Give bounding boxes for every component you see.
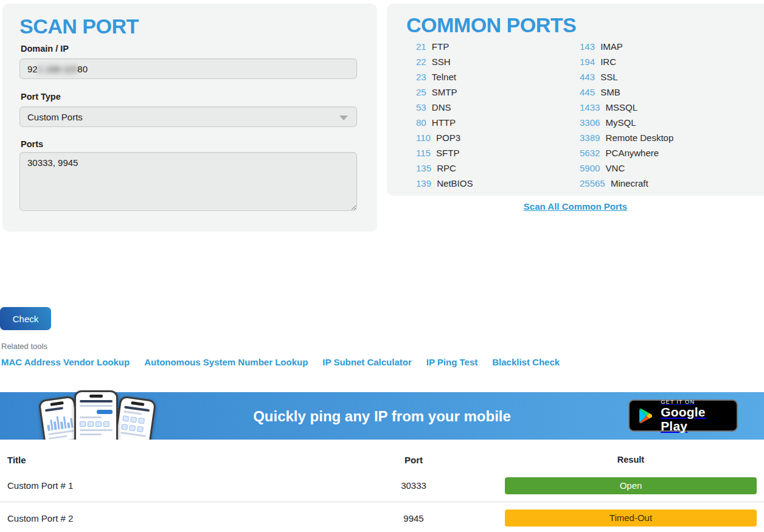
result-badge: Timed-Out — [505, 510, 757, 527]
phones-mockup-image — [38, 389, 158, 440]
port-number: 194 — [580, 57, 597, 67]
header-result: Result — [505, 455, 757, 465]
related-tool-link[interactable]: MAC Address Vendor Lookup — [1, 357, 130, 367]
port-type-selected-value: Custom Ports — [27, 112, 83, 122]
port-name: SSH — [432, 57, 451, 67]
scan-all-common-ports-link[interactable]: Scan All Common Ports — [524, 201, 627, 212]
port-name: SSL — [600, 72, 617, 82]
port-name: NetBIOS — [437, 178, 473, 188]
port-number: 53 — [416, 102, 429, 112]
common-port-item[interactable]: 53 DNS — [416, 100, 473, 115]
phone-center — [74, 390, 118, 440]
port-name: MySQL — [606, 117, 636, 128]
result-port: 30333 — [382, 480, 445, 491]
port-name: Telnet — [432, 72, 456, 82]
result-title: Custom Port # 2 — [0, 513, 382, 523]
common-port-item[interactable]: 21 FTP — [416, 39, 473, 54]
common-port-item[interactable]: 3306 MySQL — [580, 115, 673, 130]
related-tools-links: MAC Address Vendor LookupAutonomous Syst… — [1, 357, 560, 367]
port-number: 445 — [580, 87, 597, 97]
common-port-item[interactable]: 23 Telnet — [416, 69, 473, 85]
port-number: 23 — [416, 72, 429, 82]
google-play-badge-line2: Google Play — [661, 405, 729, 433]
port-name: HTTP — [432, 117, 456, 128]
domain-ip-value-suffix: 80 — [77, 64, 88, 74]
port-name: FTP — [432, 41, 449, 52]
google-play-badge-text: GET IT ON Google Play — [661, 398, 729, 433]
scan-port-title: SCAN PORT — [19, 15, 139, 38]
results-rows: Custom Port # 1 30333 Open Custom Port #… — [0, 469, 764, 532]
common-port-item[interactable]: 445 SMB — [580, 85, 673, 100]
port-number: 135 — [416, 163, 434, 173]
table-row: Custom Port # 2 9945 Timed-Out — [0, 502, 764, 532]
port-number: 25565 — [580, 178, 608, 188]
common-port-item[interactable]: 115 SFTP — [416, 145, 473, 161]
port-number: 1433 — [580, 102, 603, 112]
google-play-badge-line1: GET IT ON — [661, 398, 729, 405]
header-title: Title — [0, 455, 382, 465]
common-port-item[interactable]: 1433 MSSQL — [580, 100, 673, 115]
port-number: 139 — [416, 178, 434, 188]
domain-ip-label: Domain / IP — [21, 44, 69, 54]
common-port-item[interactable]: 5632 PCAnywhere — [580, 145, 673, 161]
port-name: PCAnywhere — [606, 148, 659, 158]
related-tool-link[interactable]: Autonomous System Number Lookup — [144, 357, 308, 367]
ports-textarea[interactable]: 30333, 9945 — [19, 152, 357, 211]
result-port: 9945 — [382, 513, 445, 523]
google-play-badge[interactable]: GET IT ON Google Play — [628, 399, 738, 432]
port-name: SMB — [600, 87, 620, 97]
domain-ip-value-masked: 1.168.115 — [38, 64, 78, 74]
port-number: 3389 — [580, 133, 603, 143]
common-ports-column-right: 143 IMAP 194 IRC 443 SSL 445 SMB 1433 MS… — [580, 39, 673, 191]
results-header-row: Title Port Result — [0, 450, 764, 469]
related-tool-link[interactable]: IP Subnet Calculator — [322, 357, 411, 367]
common-port-item[interactable]: 22 SSH — [416, 54, 473, 69]
result-badge: Open — [505, 477, 757, 494]
domain-ip-input[interactable]: 921.168.11580 — [19, 58, 357, 79]
port-name: Minecraft — [611, 178, 648, 188]
port-type-label: Port Type — [21, 92, 61, 102]
common-ports-panel: COMMON PORTS 21 FTP 22 SSH 23 Telnet 25 … — [387, 4, 764, 196]
port-number: 115 — [416, 148, 433, 158]
port-number: 5632 — [580, 148, 603, 158]
common-port-item[interactable]: 143 IMAP — [580, 39, 673, 54]
common-port-item[interactable]: 25565 Minecraft — [580, 176, 673, 191]
common-port-item[interactable]: 80 HTTP — [416, 115, 473, 130]
common-port-item[interactable]: 3389 Remote Desktop — [580, 130, 673, 145]
domain-ip-value-prefix: 92 — [27, 64, 38, 74]
port-number: 143 — [580, 41, 597, 52]
header-port: Port — [382, 455, 445, 465]
port-number: 443 — [580, 72, 597, 82]
related-tool-link[interactable]: Blacklist Check — [492, 357, 560, 367]
port-name: VNC — [606, 163, 625, 173]
common-ports-column-left: 21 FTP 22 SSH 23 Telnet 25 SMTP 53 DNS 8… — [416, 39, 473, 191]
port-name: IMAP — [600, 41, 623, 52]
port-number: 21 — [416, 41, 429, 52]
port-number: 22 — [416, 57, 429, 67]
port-number: 5900 — [580, 163, 603, 173]
common-port-item[interactable]: 25 SMTP — [416, 85, 473, 100]
common-ports-title: COMMON PORTS — [406, 13, 576, 37]
common-port-item[interactable]: 135 RPC — [416, 161, 473, 176]
port-name: DNS — [432, 102, 451, 112]
port-name: SMTP — [432, 87, 457, 97]
port-name: POP3 — [436, 133, 460, 143]
common-port-item[interactable]: 5900 VNC — [580, 161, 673, 176]
google-play-icon — [637, 406, 654, 426]
common-port-item[interactable]: 443 SSL — [580, 69, 673, 85]
port-name: SFTP — [436, 148, 459, 158]
port-number: 3306 — [580, 117, 603, 128]
port-name: RPC — [437, 163, 456, 173]
related-tool-link[interactable]: IP Ping Test — [426, 357, 478, 367]
chevron-down-icon — [339, 116, 348, 120]
port-number: 110 — [416, 133, 433, 143]
check-button[interactable]: Check — [0, 307, 51, 330]
common-port-item[interactable]: 194 IRC — [580, 54, 673, 69]
port-name: MSSQL — [606, 102, 638, 112]
results-table: Title Port Result Custom Port # 1 30333 … — [0, 450, 764, 532]
scan-all-wrap: Scan All Common Ports — [387, 201, 764, 212]
table-row: Custom Port # 1 30333 Open — [0, 469, 764, 502]
common-port-item[interactable]: 139 NetBIOS — [416, 176, 473, 191]
port-type-select[interactable]: Custom Ports — [19, 106, 357, 127]
common-port-item[interactable]: 110 POP3 — [416, 130, 473, 145]
